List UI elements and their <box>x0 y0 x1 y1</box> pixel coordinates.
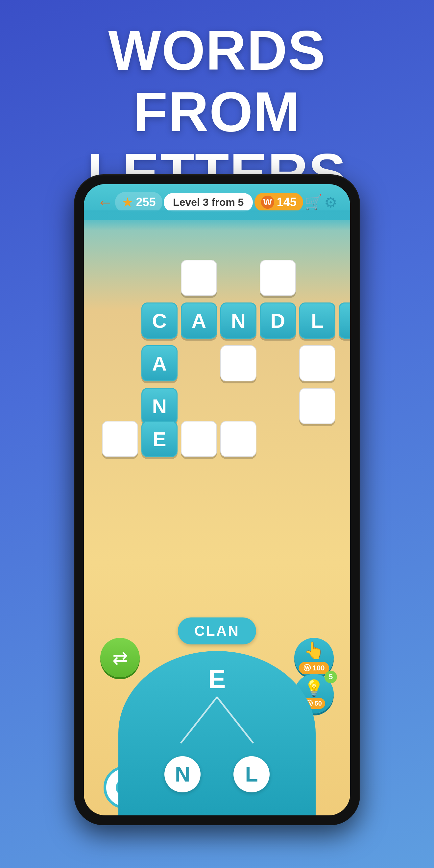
tile-r4c0 <box>102 421 138 457</box>
w-icon: W <box>261 196 274 209</box>
top-bar: ← ★ 255 Level 3 from 5 W 145 🛒 ⚙ <box>84 184 350 220</box>
back-button[interactable]: ← <box>97 193 114 212</box>
tile-N1: N <box>220 303 256 339</box>
hand-icon: 👆 <box>304 641 324 660</box>
word-display: CLAN <box>178 617 256 644</box>
level-badge: Level 3 from 5 <box>164 193 253 212</box>
shuffle-icon: ⇄ <box>113 647 128 669</box>
svg-line-1 <box>217 697 253 743</box>
star-icon: ★ <box>122 195 133 210</box>
shuffle-button[interactable]: ⇄ <box>100 638 140 677</box>
tile-D: D <box>260 303 296 339</box>
title-line1: WORDS <box>0 20 434 81</box>
tile-N2: N <box>142 388 178 424</box>
tile-r4c3 <box>220 421 256 457</box>
phone-screen: ← ★ 255 Level 3 from 5 W 145 🛒 ⚙ <box>84 184 350 815</box>
crossword-grid: C A N D L E A N E <box>102 260 332 457</box>
title-line2: FROM <box>0 81 434 143</box>
wheel-letter-N[interactable]: N <box>164 756 200 793</box>
tile-L: L <box>299 303 335 339</box>
tile-r0c2 <box>181 260 217 296</box>
tile-r2c5 <box>299 345 335 381</box>
tile-A1: A <box>181 303 217 339</box>
tile-A2: A <box>142 345 178 381</box>
tile-E1: E <box>339 303 350 339</box>
stars-count: 255 <box>136 195 156 209</box>
game-area: C A N D L E A N E <box>84 220 350 815</box>
tile-r3c5 <box>299 388 335 424</box>
svg-line-0 <box>181 697 217 743</box>
tile-E2: E <box>142 421 178 457</box>
tile-r4c2 <box>181 421 217 457</box>
tile-r2c3 <box>220 345 256 381</box>
hint2-badge: 5 <box>324 671 337 683</box>
connector-lines <box>151 677 283 769</box>
letter-wheel[interactable]: E N L <box>118 651 316 815</box>
phone-container: ← ★ 255 Level 3 from 5 W 145 🛒 ⚙ <box>74 174 360 825</box>
cart-icon[interactable]: 🛒 <box>305 194 322 211</box>
tile-C: C <box>142 303 178 339</box>
tile-r0c4 <box>260 260 296 296</box>
phone-outer: ← ★ 255 Level 3 from 5 W 145 🛒 ⚙ <box>74 174 360 825</box>
bulb-icon: 💡 <box>304 679 324 698</box>
hint-cost: ⓦ 100 <box>299 662 330 674</box>
coins-count: 145 <box>277 195 297 209</box>
stars-badge: ★ 255 <box>115 192 162 212</box>
wheel-letter-L[interactable]: L <box>234 756 270 793</box>
coins-badge: W 145 <box>254 193 303 212</box>
gear-icon[interactable]: ⚙ <box>324 194 337 211</box>
